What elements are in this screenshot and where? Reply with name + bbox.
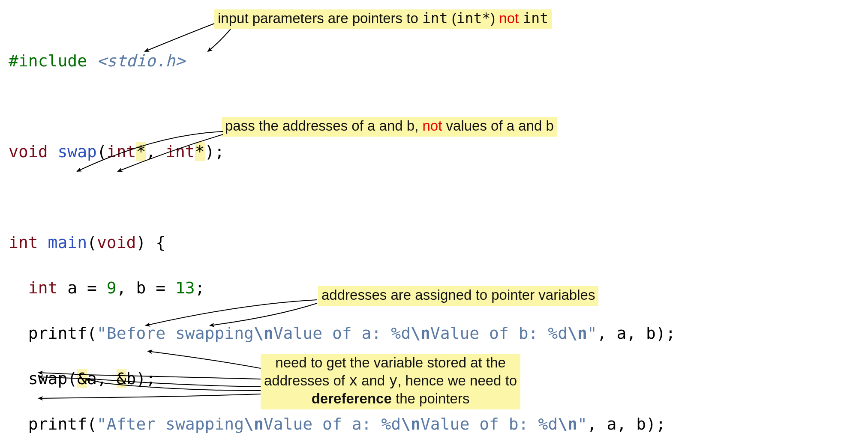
str: Value of b: %d: [430, 324, 568, 343]
line-9-printf: printf("After swapping\nValue of a: %d\n…: [9, 413, 859, 433]
paren: (: [87, 233, 97, 252]
var-a: a =: [67, 278, 107, 297]
line-7-printf: printf("Before swapping\nValue of a: %d\…: [9, 322, 859, 345]
amp-a: &: [77, 369, 87, 388]
preprocessor: #include: [9, 51, 97, 70]
esc: \n: [254, 324, 273, 343]
var-b: , b =: [117, 278, 175, 297]
str: Value of a: %d: [264, 415, 401, 433]
include-lib: <stdio.h>: [97, 51, 185, 70]
kw-int: int: [9, 278, 67, 297]
note-text: the pointers: [392, 391, 470, 406]
arg-b: b);: [126, 369, 156, 388]
esc: \n: [568, 324, 587, 343]
note-text: ): [490, 10, 499, 26]
star-1: *: [136, 142, 146, 161]
esc: \n: [401, 415, 420, 433]
semi: ;: [195, 278, 205, 297]
line-5-main: int main(void) {: [9, 231, 859, 254]
note-pointer-params: input parameters are pointers to int (in…: [214, 9, 552, 29]
note-code: int: [422, 10, 448, 27]
kw-void: void: [9, 142, 57, 161]
note-not: not: [422, 118, 442, 134]
call-printf: printf(: [9, 324, 97, 343]
note-dereference: need to get the variable stored at the a…: [261, 354, 520, 409]
paren: (: [97, 142, 107, 161]
str: Value of a: %d: [273, 324, 411, 343]
args: , a, b);: [597, 324, 676, 343]
note-text: , hence we need to: [397, 373, 517, 388]
kw-int: int: [9, 233, 48, 252]
amp-b: &: [117, 369, 126, 388]
note-text: input parameters are pointers to: [218, 10, 422, 26]
note-bold: dereference: [312, 391, 392, 406]
num-13: 13: [175, 278, 195, 297]
call-swap: swap(: [9, 369, 77, 388]
str: ": [577, 415, 587, 433]
arg-a: a,: [87, 369, 117, 388]
note-not: not: [499, 10, 519, 26]
note-text: and: [357, 373, 389, 388]
esc: \n: [411, 324, 430, 343]
num-9: 9: [107, 278, 117, 297]
line-3-prototype: void swap(int*, int*);: [9, 140, 859, 163]
note-text: pass the addresses of a and b,: [225, 118, 422, 134]
str: "Before swapping: [97, 324, 254, 343]
str: ": [587, 324, 597, 343]
note-code: int*: [457, 10, 490, 27]
args: , a, b);: [587, 415, 666, 433]
kw-int: int: [107, 142, 136, 161]
kw-int: int: [165, 142, 195, 161]
note-text: addresses of: [264, 373, 349, 388]
fn-main: main: [48, 233, 87, 252]
semi: );: [205, 142, 225, 161]
brace: ) {: [136, 233, 165, 252]
note-text: values of a and b: [442, 118, 554, 134]
note-text: (: [448, 10, 457, 26]
blank-1: [9, 95, 859, 118]
call-printf: printf(: [9, 415, 97, 433]
comma: ,: [146, 142, 165, 161]
note-text: need to get the variable stored at the: [275, 355, 506, 370]
fn-swap: swap: [57, 142, 97, 161]
note-code: x: [349, 372, 357, 389]
note-addresses-assigned: addresses are assigned to pointer variab…: [318, 286, 598, 306]
note-code: int: [523, 10, 548, 27]
str: Value of b: %d: [420, 415, 558, 433]
note-text: addresses are assigned to pointer variab…: [321, 287, 595, 303]
code-figure: #include <stdio.h> void swap(int*, int*)…: [0, 0, 868, 433]
star-2: *: [195, 142, 205, 161]
blank-2: [9, 186, 859, 209]
note-pass-addresses: pass the addresses of a and b, not value…: [222, 117, 557, 137]
esc: \n: [558, 415, 577, 433]
kw-void: void: [97, 233, 136, 252]
esc: \n: [244, 415, 264, 433]
str: "After swapping: [97, 415, 244, 433]
line-1: #include <stdio.h>: [9, 50, 859, 72]
note-code: y: [389, 372, 397, 389]
